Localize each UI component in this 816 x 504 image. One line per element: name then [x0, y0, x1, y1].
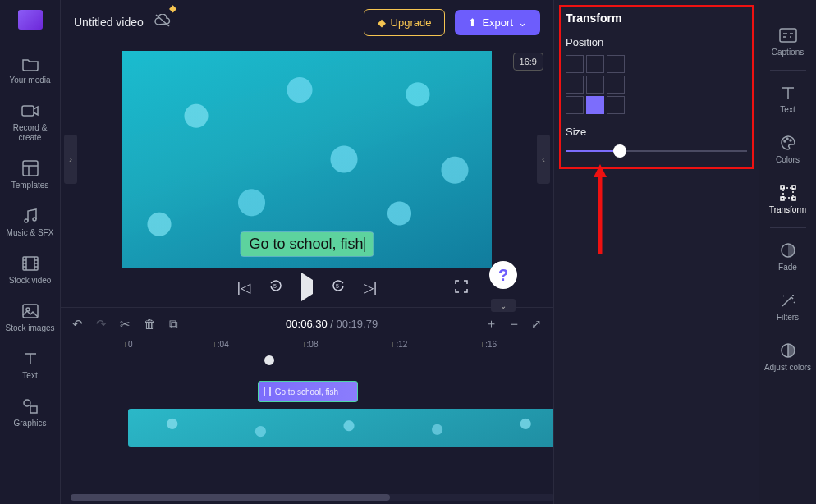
text-icon — [21, 350, 39, 368]
project-title[interactable]: Untitled video — [74, 16, 144, 29]
undo-icon[interactable]: ↶ — [72, 317, 83, 332]
svg-rect-19 — [781, 186, 784, 189]
upgrade-button[interactable]: ◆ Upgrade — [364, 9, 446, 36]
size-label: Size — [566, 126, 747, 138]
sidebar-item-stock-images[interactable]: Stock images — [0, 294, 60, 341]
duplicate-icon[interactable]: ⧉ — [169, 317, 178, 332]
play-button[interactable] — [301, 280, 313, 295]
ruler-tick: :04 — [218, 340, 229, 349]
position-cell-5[interactable] — [607, 76, 625, 94]
position-grid[interactable] — [566, 55, 747, 114]
svg-rect-20 — [792, 186, 795, 189]
ruler-tick: :16 — [485, 340, 497, 349]
sidebar-item-text[interactable]: Text — [0, 341, 60, 389]
tool-captions[interactable]: Captions — [759, 16, 816, 66]
image-icon — [21, 302, 39, 320]
forward-5-icon[interactable]: 5 — [331, 278, 346, 296]
size-slider-thumb[interactable] — [613, 144, 626, 158]
position-cell-0[interactable] — [566, 55, 584, 73]
caption-text: Go to school, fish — [249, 236, 363, 252]
contrast-icon — [779, 341, 797, 360]
ruler-tick: :12 — [396, 340, 407, 349]
svg-point-16 — [786, 138, 788, 140]
text-clip-label: Go to school, fish — [275, 387, 338, 396]
position-cell-3[interactable] — [566, 76, 584, 94]
timeline-ruler[interactable]: 0:04:08:12:16:20 — [71, 340, 553, 358]
zoom-fit-icon[interactable]: ⤢ — [531, 317, 542, 332]
chevron-down-icon: ⌄ — [518, 16, 527, 29]
cloud-sync-off-icon[interactable]: ◆ — [154, 14, 172, 30]
delete-icon[interactable]: 🗑 — [144, 317, 156, 331]
tool-text[interactable]: Text — [759, 74, 816, 124]
position-cell-1[interactable] — [586, 55, 604, 73]
position-cell-2[interactable] — [607, 55, 625, 73]
sidebar-item-your-media[interactable]: Your media — [0, 46, 60, 94]
position-cell-8[interactable] — [607, 96, 625, 114]
upgrade-label: Upgrade — [391, 16, 432, 29]
media-icon — [21, 54, 39, 72]
app-logo[interactable] — [18, 10, 43, 30]
video-preview[interactable]: Go to school, fish — [122, 51, 492, 268]
add-track-icon[interactable]: ＋ — [485, 316, 497, 332]
skip-back-icon[interactable]: |◁ — [237, 280, 250, 296]
zoom-out-icon[interactable]: − — [511, 317, 518, 331]
crown-icon: ◆ — [378, 16, 386, 29]
timeline[interactable]: 0:04:08:12:16:20 Go to school, fish — [61, 340, 553, 504]
skip-forward-icon[interactable]: ▷| — [364, 280, 377, 296]
text-clip[interactable]: Go to school, fish — [258, 381, 358, 402]
position-label: Position — [566, 36, 747, 48]
current-time: 00:06.30 — [286, 318, 328, 330]
svg-text:5: 5 — [273, 283, 277, 289]
ruler-tick: 0 — [128, 340, 133, 349]
music-icon — [21, 207, 39, 225]
video-clip[interactable] — [128, 409, 570, 447]
aspect-ratio-selector[interactable]: 16:9 — [513, 53, 543, 71]
tool-colors[interactable]: Colors — [759, 124, 816, 174]
export-label: Export — [482, 16, 513, 29]
scrollbar-thumb[interactable] — [71, 494, 390, 501]
sidebar-item-templates[interactable]: Templates — [0, 151, 60, 199]
export-button[interactable]: ⬆ Export ⌄ — [455, 10, 540, 35]
templates-icon — [21, 159, 39, 177]
transform-panel-title: Transform — [566, 11, 747, 25]
ruler-tick: :08 — [307, 340, 319, 349]
palette-icon — [779, 134, 797, 152]
rewind-5-icon[interactable]: 5 — [268, 278, 283, 296]
expand-right-panel[interactable]: ‹ — [537, 135, 550, 184]
svg-rect-8 — [30, 406, 37, 413]
sidebar-item-music-sfx[interactable]: Music & SFX — [0, 199, 60, 246]
sidebar-item-graphics[interactable]: Graphics — [0, 389, 60, 437]
svg-point-15 — [784, 140, 786, 142]
duration-time: 00:19.79 — [337, 318, 378, 330]
tool-transform[interactable]: Transform — [759, 174, 816, 224]
film-icon — [21, 254, 39, 273]
wand-icon — [779, 291, 797, 309]
timeline-scrollbar[interactable] — [71, 494, 555, 501]
tool-fade[interactable]: Fade — [759, 231, 816, 282]
sidebar-item-label: Text — [22, 371, 37, 381]
sidebar-item-label: Your media — [9, 76, 50, 85]
position-cell-7[interactable] — [586, 96, 604, 114]
upload-icon: ⬆ — [468, 16, 477, 29]
svg-rect-21 — [781, 197, 784, 200]
svg-point-17 — [790, 140, 791, 141]
svg-rect-5 — [23, 305, 38, 318]
help-button[interactable]: ? — [489, 261, 517, 289]
sidebar-item-record-create[interactable]: Record & create — [0, 94, 60, 151]
position-cell-4[interactable] — [586, 76, 604, 94]
split-icon[interactable]: ✂ — [120, 317, 131, 332]
fullscreen-icon[interactable] — [455, 280, 468, 296]
tool-filters[interactable]: Filters — [759, 282, 816, 332]
sidebar-item-stock-video[interactable]: Stock video — [0, 246, 60, 294]
sidebar-item-label: Graphics — [13, 419, 46, 428]
collapse-timeline[interactable]: ⌄ — [491, 299, 516, 312]
position-cell-6[interactable] — [566, 96, 584, 114]
svg-rect-0 — [22, 106, 34, 116]
svg-rect-22 — [792, 197, 795, 200]
redo-icon[interactable]: ↷ — [96, 317, 107, 332]
size-slider[interactable] — [566, 144, 747, 158]
tool-adjust-colors[interactable]: Adjust colors — [759, 332, 816, 382]
caption-overlay[interactable]: Go to school, fish — [241, 232, 373, 256]
sidebar-item-label: Templates — [11, 181, 49, 190]
expand-left-panel[interactable]: › — [64, 135, 77, 184]
